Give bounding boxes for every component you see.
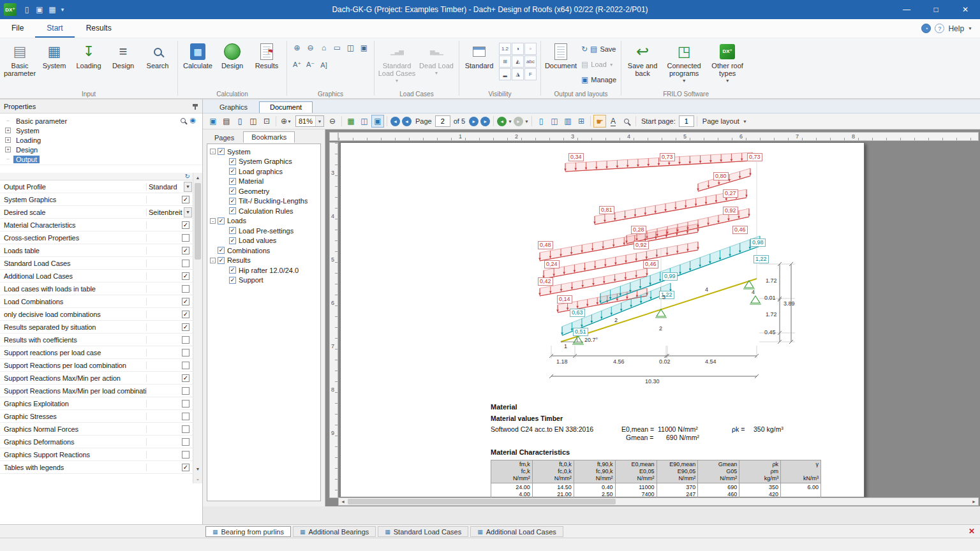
property-checkbox[interactable]: ✓ <box>182 272 189 280</box>
search-icon[interactable] <box>181 118 186 123</box>
property-checkbox[interactable] <box>182 362 189 369</box>
font-size-tool-icon[interactable]: A⁺ <box>291 59 303 71</box>
connected-programs-button[interactable]: ◳ Connected programs ▼ <box>661 39 707 87</box>
facing-pages-layout-button[interactable]: ◫ <box>548 115 561 128</box>
bottom-tab-additional-bearings[interactable]: ▦Additional Bearings <box>293 526 376 537</box>
bookmark-label[interactable]: Combinations <box>227 247 270 254</box>
bookmark-checkbox[interactable]: ✓ <box>218 247 225 254</box>
collapse-icon[interactable]: ⌄ <box>193 474 202 483</box>
bookmark-label[interactable]: Load values <box>239 237 276 244</box>
property-checkbox[interactable]: ✓ <box>182 374 189 382</box>
minimize-button[interactable]: — <box>892 0 921 19</box>
next-page-button[interactable]: ► <box>469 117 479 126</box>
previous-page-button[interactable]: ◄ <box>402 117 412 126</box>
pin-icon[interactable] <box>192 103 198 110</box>
scroll-left-icon[interactable]: ◄ <box>339 498 347 505</box>
chevron-down-icon[interactable]: ▼ <box>184 182 192 192</box>
horizontal-scrollbar[interactable]: ◄ ► <box>338 497 979 506</box>
bookmark-checkbox[interactable]: ✓ <box>229 237 236 244</box>
graphics-tool-icon[interactable]: ⊕ <box>291 41 303 54</box>
maximize-button[interactable]: □ <box>921 0 951 19</box>
graphics-tool-icon[interactable]: ⊖ <box>304 41 316 54</box>
tree-item-output[interactable]: Output <box>5 154 202 164</box>
bookmark-label[interactable]: Load Pre-settings <box>239 227 293 235</box>
help-caret-icon[interactable]: ▼ <box>968 26 972 31</box>
last-page-button[interactable]: ► <box>480 117 490 126</box>
bottom-tab-additional-load-cases[interactable]: ▦Additional Load Cases <box>470 526 563 537</box>
standard-load-cases-button[interactable]: ▁▃▅ Standard Load Cases ▼ <box>377 39 417 87</box>
tree-item-design[interactable]: +Design <box>5 145 202 154</box>
dropdown-caret-icon[interactable]: ▼ <box>315 116 323 126</box>
tree-item-basic-parameter[interactable]: Basic parameter <box>5 116 202 126</box>
bottom-tab-standard-load-cases[interactable]: ▦Standard Load Cases <box>378 526 468 537</box>
pan-tool-button[interactable]: ☛ <box>593 115 606 128</box>
property-checkbox[interactable]: ✓ <box>182 464 189 471</box>
tab-bookmarks[interactable]: Bookmarks <box>243 131 295 143</box>
property-checkbox[interactable] <box>182 438 189 446</box>
bookmark-checkbox[interactable]: ✓ <box>218 148 225 155</box>
font-size-tool-icon[interactable]: A⁻ <box>304 59 316 71</box>
property-checkbox[interactable]: ✓ <box>182 196 189 203</box>
zoom-combo[interactable]: 81% ▼ <box>295 115 324 127</box>
history-forward-button[interactable]: ► <box>514 117 523 126</box>
visibility-toggle[interactable]: ▂ <box>499 68 511 80</box>
expander-icon[interactable]: - <box>210 149 216 154</box>
other-roof-types-button[interactable]: DX⁺ Other roof types ▼ <box>707 39 748 87</box>
scroll-right-icon[interactable]: ► <box>970 498 978 505</box>
start-page-input[interactable] <box>679 115 694 127</box>
help-icon[interactable]: ? <box>935 24 944 33</box>
info-icon[interactable]: ◔ <box>921 24 931 33</box>
chevron-down-icon[interactable]: ▼ <box>184 207 192 217</box>
dead-load-button[interactable]: ▅▃▁ Dead Load ▼ <box>417 39 456 87</box>
close-button[interactable]: ✕ <box>951 0 980 19</box>
print-button[interactable]: ▤ <box>220 115 233 128</box>
bookmark-checkbox[interactable]: ✓ <box>229 227 236 234</box>
dropdown-caret-icon[interactable]: ▼ <box>524 119 529 124</box>
bookmark-checkbox[interactable]: ✓ <box>229 267 236 274</box>
visibility-toggle[interactable]: F <box>524 68 537 80</box>
tree-item-system[interactable]: +System <box>5 126 202 135</box>
expander-icon[interactable]: + <box>5 147 11 152</box>
bookmark-label[interactable]: Calculation Rules <box>239 207 293 215</box>
zoom-extend-button[interactable]: ⊖ <box>326 115 339 128</box>
property-checkbox[interactable] <box>182 387 189 395</box>
bookmark-label[interactable]: Hip rafter 12.0/24.0 <box>239 267 299 274</box>
tab-document[interactable]: Document <box>259 101 313 113</box>
bookmark-checkbox[interactable]: ✓ <box>229 187 236 195</box>
properties-scrollbar[interactable]: ▲ ▼ ⌄ <box>193 173 202 483</box>
page-layout-label[interactable]: Page layout <box>702 117 739 125</box>
visibility-toggle[interactable]: abc <box>524 55 537 68</box>
visibility-toggle[interactable]: ◑ <box>512 43 524 55</box>
bookmark-checkbox[interactable]: ✓ <box>229 158 236 165</box>
property-checkbox[interactable] <box>182 413 189 420</box>
text-select-button[interactable]: A <box>607 115 620 128</box>
chart-icon[interactable]: ▦ <box>46 3 59 17</box>
property-dropdown[interactable]: Seitenbreit▼ <box>147 206 193 218</box>
bookmark-label[interactable]: Loads <box>227 217 246 224</box>
export-excel-button[interactable]: ▦ <box>345 115 357 128</box>
graphics-tool-icon[interactable]: ▣ <box>358 41 370 54</box>
bookmark-label[interactable]: Tilt-/ Buckling-Lengths <box>239 197 308 205</box>
design-button[interactable]: ≡ Design <box>106 39 140 87</box>
graphics-tool-icon[interactable]: ◫ <box>345 41 357 54</box>
scrollbar-thumb[interactable] <box>348 499 616 504</box>
manage-layout-button[interactable]: ▣ Manage <box>579 73 618 86</box>
save-icon[interactable]: ▣ <box>33 3 46 17</box>
bookmark-checkbox[interactable]: ✓ <box>229 178 236 185</box>
property-checkbox[interactable]: ✓ <box>182 247 189 254</box>
expander-icon[interactable]: + <box>5 128 11 133</box>
scrollbar-thumb[interactable] <box>195 183 201 260</box>
bookmark-label[interactable]: Material <box>239 177 264 185</box>
save-layout-button[interactable]: ↻ ▤ Save <box>579 43 618 55</box>
bookmark-label[interactable]: Load graphics <box>239 168 283 175</box>
bookmark-label[interactable]: System Graphics <box>239 158 292 165</box>
visibility-toggle[interactable]: ▫ <box>524 43 537 55</box>
property-checkbox[interactable]: ✓ <box>182 311 189 318</box>
results-button[interactable]: ⚑ Results <box>249 39 284 87</box>
visibility-toggle[interactable]: ⊞ <box>499 55 511 68</box>
first-page-button[interactable]: ◄ <box>390 117 400 126</box>
property-checkbox[interactable] <box>182 336 189 344</box>
bookmark-label[interactable]: Results <box>227 256 251 264</box>
page-setup-button[interactable]: ▯ <box>234 115 246 128</box>
bookmark-checkbox[interactable]: ✓ <box>229 277 236 284</box>
